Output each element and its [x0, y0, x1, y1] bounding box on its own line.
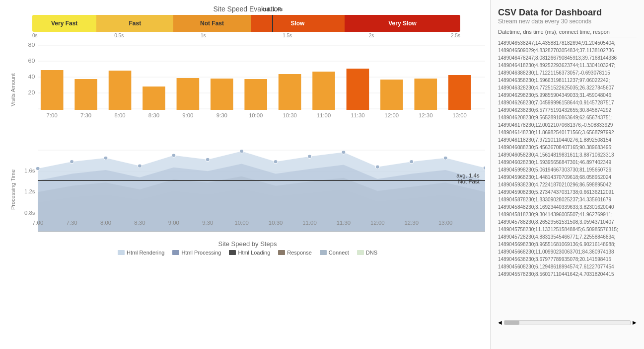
svg-text:9:00: 9:00	[182, 113, 193, 118]
svg-point-57	[240, 149, 244, 153]
csv-scrollbar[interactable]: ◀ ▶	[498, 320, 637, 325]
svg-text:11:30: 11:30	[337, 220, 351, 226]
svg-rect-18	[347, 69, 369, 110]
area-chart-svg: 1.6s 1.2s 0.8s avg. 1.4s Not Fast	[21, 140, 485, 239]
svg-point-61	[375, 165, 379, 169]
segment-very-slow: Very Slow	[345, 15, 460, 32]
svg-text:80: 80	[28, 42, 35, 48]
csv-row: 1489046509029;4.83282703054834;37.113810…	[498, 47, 637, 54]
svg-point-58	[274, 160, 278, 164]
svg-text:20: 20	[28, 89, 35, 95]
csv-row: 1489045758230;11.13312515848845;6.509855…	[498, 226, 637, 233]
legend-response: Response	[278, 250, 312, 256]
csv-row: 1489045938230;4.72241870210296;86.598895…	[498, 181, 637, 188]
svg-text:7:00: 7:00	[32, 220, 43, 226]
svg-point-59	[308, 155, 312, 158]
csv-row: 1489046418230;4.89252293623744;11.330410…	[498, 62, 637, 69]
svg-text:9:30: 9:30	[216, 113, 227, 118]
area-chart-wrapper: Processing Time 1.6s 1.2s 0.8s	[10, 140, 485, 239]
chart-title: Site Speed Evaluation	[5, 5, 490, 13]
svg-rect-19	[380, 80, 403, 110]
csv-row: 1489046148230;11.86982540171566;3.656879…	[498, 129, 637, 136]
csv-row: 1489046538247;14.43588178182694;91.20450…	[498, 39, 637, 47]
svg-rect-9	[41, 70, 64, 110]
legend-label-html-rendering: Html Rendering	[127, 250, 164, 256]
bar-y-axis-label: Visits Amount	[10, 40, 20, 140]
csv-row: 1489046478247;8.081266790845913;39.71681…	[498, 54, 637, 62]
svg-rect-14	[211, 79, 233, 110]
svg-text:9:00: 9:00	[168, 220, 179, 226]
svg-rect-15	[244, 79, 267, 110]
svg-rect-17	[312, 72, 335, 110]
legend-html-loading: Html Loading	[229, 250, 270, 256]
speed-indicator: cur. 1.4s Very Fast Fast Not Fast Slow V…	[32, 15, 460, 40]
legend-color-dns	[357, 250, 364, 255]
csv-row: 1489045668230;11.00990230063701;84.36097…	[498, 248, 637, 256]
svg-text:8:30: 8:30	[148, 113, 159, 118]
svg-point-51	[36, 167, 40, 170]
csv-row: 1489046238230;6.57775191432655;30.845874…	[498, 106, 637, 114]
svg-text:1.6s: 1.6s	[24, 168, 35, 174]
csv-row: 1489046118230;7.97210110440276;1.8892508…	[498, 136, 637, 144]
svg-text:10:30: 10:30	[283, 113, 297, 118]
svg-text:13:00: 13:00	[452, 113, 467, 118]
segment-not-fast: Not Fast	[173, 15, 250, 32]
csv-row: 1489046388230;1.71221156373057;-0.693078…	[498, 69, 637, 77]
svg-rect-20	[414, 79, 437, 110]
bar-chart-svg: 80 60 40 20 7:0	[21, 40, 485, 140]
legend-label-dns: DNS	[366, 250, 377, 256]
svg-point-55	[172, 154, 176, 157]
svg-point-54	[138, 164, 142, 168]
csv-row: 1489045878230;1.83309028025237;34.335601…	[498, 196, 637, 203]
csv-panel: CSV Data for Dashboard Stream new data e…	[490, 0, 644, 349]
csv-row: 1489045638230;3.67977789935078;20.141598…	[498, 256, 637, 263]
csv-row: 1489045788230;8.26529561531508;3.0594371…	[498, 218, 637, 226]
svg-text:0.8s: 0.8s	[24, 210, 35, 216]
csv-row: 1489046328230;4.77251522625035;26.322784…	[498, 84, 637, 91]
svg-rect-12	[143, 87, 165, 110]
svg-point-60	[342, 151, 346, 154]
csv-row: 1489045908230;5.27347437031738;0.6613621…	[498, 188, 637, 196]
csv-scrollbar-track[interactable]	[504, 320, 631, 325]
legend-label-html-processing: Html Processing	[181, 250, 221, 256]
svg-rect-21	[448, 75, 471, 110]
speed-cursor	[272, 15, 273, 32]
csv-scrollbar-thumb[interactable]	[504, 321, 519, 325]
csv-row: 1489046028230;1.59395656847301;46.897402…	[498, 159, 637, 166]
svg-point-62	[410, 160, 414, 164]
speed-bar: Very Fast Fast Not Fast Slow Very Slow	[32, 15, 460, 32]
main-chart-area: Site Speed Evaluation cur. 1.4s Very Fas…	[0, 0, 490, 349]
svg-text:11:30: 11:30	[351, 113, 365, 118]
svg-text:13:00: 13:00	[438, 220, 453, 226]
csv-header: Datetime, dns time (ms), connect time, r…	[498, 29, 637, 37]
svg-point-52	[70, 160, 74, 164]
scroll-left-icon[interactable]: ◀	[498, 320, 502, 325]
csv-row: 1489046058230;4.15614819831611;3.8871062…	[498, 151, 637, 159]
svg-point-53	[104, 156, 108, 160]
svg-text:11:00: 11:00	[317, 113, 331, 118]
legend-color-html-rendering	[118, 250, 125, 255]
legend-connect: Connect	[320, 250, 349, 256]
csv-row: 1489045818230;9.30414396005507;41.962769…	[498, 211, 637, 218]
legend-color-connect	[320, 250, 327, 255]
svg-text:12:00: 12:00	[385, 113, 399, 118]
csv-data: 1489046538247;14.43588178182694;91.20450…	[498, 39, 637, 318]
csv-subtitle: Stream new data every 30 seconds	[498, 18, 637, 25]
legend-html-processing: Html Processing	[172, 250, 221, 256]
svg-text:8:00: 8:00	[114, 113, 125, 118]
area-y-axis-label: Processing Time	[10, 140, 20, 239]
csv-row: 1489045998230;5.06194667303730;81.195650…	[498, 166, 637, 174]
legend-html-rendering: Html Rendering	[118, 250, 164, 256]
bar-chart-wrapper: Visits Amount 80 60 40 20	[10, 40, 485, 140]
csv-row: 1489045608230;6.12948618994574;7.6122707…	[498, 263, 637, 270]
scroll-right-icon[interactable]: ▶	[633, 320, 637, 325]
svg-text:40: 40	[28, 74, 35, 80]
csv-row: 1489045728230;4.88313545466771;7.2255884…	[498, 233, 637, 241]
bottom-chart-label: Site Speed by Steps	[5, 240, 490, 248]
legend-color-html-processing	[172, 250, 179, 255]
svg-text:11:00: 11:00	[302, 220, 317, 226]
svg-text:Not Fast: Not Fast	[458, 179, 480, 185]
legend-label-connect: Connect	[329, 250, 349, 256]
svg-point-56	[206, 158, 210, 161]
segment-very-fast: Very Fast	[32, 15, 96, 32]
